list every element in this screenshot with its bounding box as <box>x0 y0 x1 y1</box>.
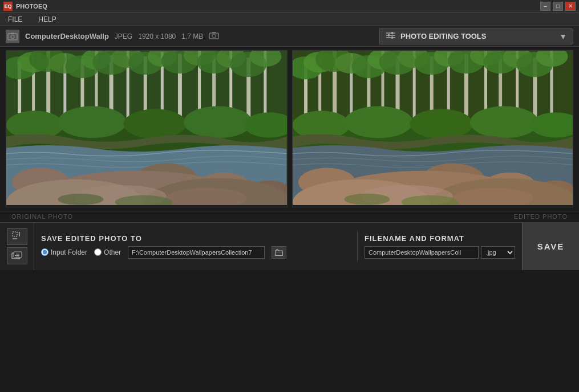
original-photo-frame <box>6 50 288 207</box>
svg-point-49 <box>124 109 187 138</box>
svg-rect-116 <box>293 51 573 205</box>
save-button[interactable]: SAVE <box>522 222 579 270</box>
camera-icon <box>209 31 219 41</box>
other-radio[interactable] <box>94 248 102 256</box>
edited-photo-label: EDITED PHOTO <box>514 213 568 220</box>
save-button-label: SAVE <box>537 242 565 251</box>
svg-point-48 <box>58 106 126 138</box>
titlebar: EQ PHOTOEQ – □ ✕ <box>0 0 579 13</box>
filename-input[interactable] <box>365 246 479 259</box>
input-folder-option[interactable]: Input Folder <box>41 248 87 256</box>
input-folder-radio[interactable] <box>41 248 48 256</box>
minimize-button[interactable]: – <box>540 2 550 11</box>
input-folder-label[interactable]: Input Folder <box>51 248 87 256</box>
images-row <box>0 47 579 211</box>
close-button[interactable]: ✕ <box>565 2 576 11</box>
svg-rect-10 <box>388 34 390 36</box>
filename-section-title: FILENAME AND FORMAT <box>365 234 515 243</box>
svg-point-4 <box>212 34 216 38</box>
titlebar-left: EQ PHOTOEQ <box>3 2 47 11</box>
other-label[interactable]: Other <box>104 248 121 256</box>
bottom-bar: SAVE EDITED PHOTO TO Input Folder Other … <box>0 222 579 270</box>
folder-path-input[interactable] <box>128 246 265 259</box>
titlebar-controls: – □ ✕ <box>540 2 576 11</box>
sliders-icon <box>386 31 396 42</box>
original-photo-label: ORIGINAL PHOTO <box>11 213 73 220</box>
toolbar-filename: ComputerDesktopWallp <box>25 32 109 40</box>
dropdown-arrow-icon: ▼ <box>559 32 567 41</box>
svg-point-63 <box>58 194 103 205</box>
svg-rect-117 <box>13 232 17 236</box>
svg-rect-11 <box>391 36 393 39</box>
photo-editing-tools-label: PHOTO EDITING TOOLS <box>400 32 486 40</box>
edited-photo-frame <box>292 50 574 207</box>
toolbar: ComputerDesktopWallp JPEG 1920 x 1080 1,… <box>0 26 579 47</box>
svg-rect-125 <box>276 251 283 256</box>
maximize-button[interactable]: □ <box>553 2 563 11</box>
svg-rect-2 <box>11 32 14 34</box>
svg-rect-0 <box>8 34 17 40</box>
filename-section: FILENAME AND FORMAT .jpg .png .bmp .tif <box>357 231 522 262</box>
save-options: Input Folder Other <box>41 246 350 259</box>
save-section-title: SAVE EDITED PHOTO TO <box>41 234 350 243</box>
menu-help[interactable]: HELP <box>35 14 59 24</box>
svg-rect-5 <box>212 32 216 34</box>
app-icon: EQ <box>3 2 13 11</box>
format-select[interactable]: .jpg .png .bmp .tif <box>481 246 515 259</box>
svg-point-1 <box>11 35 14 38</box>
app-icon-text: EQ <box>4 3 11 9</box>
photo-editing-tools-button[interactable]: PHOTO EDITING TOOLS ▼ <box>379 28 573 44</box>
svg-point-50 <box>184 106 252 138</box>
other-folder-option[interactable]: Other <box>94 248 121 256</box>
filename-format-row: .jpg .png .bmp .tif <box>365 246 515 259</box>
photo-icon <box>6 30 19 43</box>
toolbar-right: PHOTO EDITING TOOLS ▼ <box>379 28 573 44</box>
browse-button[interactable] <box>272 246 286 259</box>
toolbar-dimensions: 1920 x 1080 <box>138 32 176 40</box>
toolbar-filesize: 1,7 MB <box>181 32 203 40</box>
crop-select-button[interactable] <box>7 228 27 245</box>
menubar: FILE HELP <box>0 13 579 26</box>
svg-rect-9 <box>391 32 393 34</box>
image-batch-button[interactable] <box>7 247 27 264</box>
photo-labels-row: ORIGINAL PHOTO EDITED PHOTO <box>0 211 579 222</box>
bottom-left-icons <box>0 223 34 270</box>
save-section: SAVE EDITED PHOTO TO Input Folder Other <box>34 231 357 262</box>
app-title: PHOTOEQ <box>16 3 47 10</box>
menu-file[interactable]: FILE <box>5 14 26 24</box>
toolbar-filetype: JPEG <box>115 32 132 40</box>
